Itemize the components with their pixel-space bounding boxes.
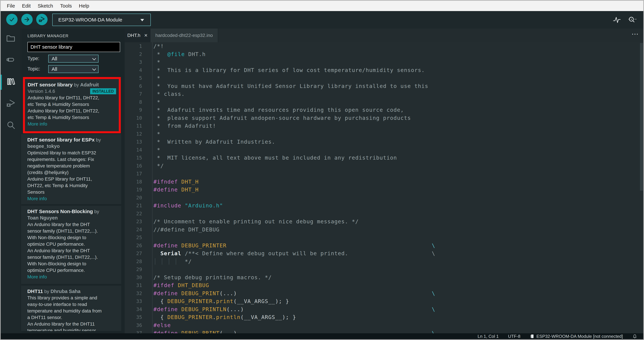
topic-select[interactable]: All (48, 65, 98, 73)
library-item[interactable]: DHT sensor library by AdafruitVersion 1.… (23, 77, 121, 133)
library-item-title: DHT sensor library for ESPx by (27, 136, 121, 143)
tab-label: DHT.h (127, 33, 140, 38)
code-line: 30/* Setup debug printing macros. */ (125, 274, 640, 282)
line-number: 19 (125, 186, 152, 194)
more-info-link[interactable]: More info (27, 274, 47, 279)
library-item-description-line: negative temperature problem (27, 163, 121, 169)
code-line: 6 * You must have Adafruit Unified Senso… (125, 82, 640, 90)
menu-file[interactable]: File (3, 3, 18, 9)
library-item[interactable]: DHT sensor library for ESPx bybeegee_tok… (21, 134, 121, 204)
activity-bar (1, 29, 21, 333)
menu-edit[interactable]: Edit (18, 3, 34, 9)
search-input[interactable] (28, 42, 120, 52)
code-line: 35 { DEBUG_PRINTER.println(__VA_ARGS__);… (125, 313, 640, 321)
sidebar-item-library-manager[interactable] (5, 76, 16, 87)
code-line: 10 * please support Adafruit andopen-sou… (125, 114, 640, 122)
chevron-down-icon (92, 57, 96, 60)
code-line: 18#ifndef DHT_H (125, 178, 640, 186)
more-info-link[interactable]: More info (28, 121, 47, 126)
code-line: 9 * Adafruit invests time and resources … (125, 106, 640, 114)
library-item-author: beegee_tokyo (27, 143, 121, 149)
line-number: 14 (125, 146, 152, 154)
installed-badge: INSTALLED (90, 88, 116, 94)
sketchbook-icon (6, 33, 16, 43)
library-item-description-line: An Arduino library for the DHT (27, 247, 121, 254)
serial-monitor-icon[interactable] (628, 16, 637, 24)
line-number: 18 (125, 178, 152, 186)
board-selector-value: ESP32-WROOM-DA Module (58, 17, 122, 23)
library-item-description-line: sensor family (DHT11, DHT22,...). (27, 228, 121, 234)
library-item[interactable]: DHT11 by Dhruba SahaThis library provide… (21, 286, 121, 331)
library-list: DHT sensor library by AdafruitVersion 1.… (21, 76, 125, 331)
code-line: 22 (125, 210, 640, 218)
close-icon[interactable]: ✕ (144, 33, 148, 38)
code-editor[interactable]: 1/*!2 * @file DHT.h3 *4 * This is a libr… (125, 42, 640, 333)
type-select[interactable]: All (48, 55, 98, 63)
code-line: 32#define DEBUG_PRINT(...) \ (125, 289, 640, 297)
library-manager-panel: LIBRARY MANAGER Type: All Topic: All DHT… (21, 29, 125, 333)
code-line: 19#define DHT_H (125, 186, 640, 194)
debug-button[interactable] (36, 14, 48, 25)
line-number: 8 (125, 98, 152, 106)
library-manager-icon (6, 77, 16, 87)
line-number: 34 (125, 305, 152, 313)
library-item-version: Version 1.4.6INSTALLED (28, 88, 119, 94)
tab-hardcoded-dht22-esp32.ino[interactable]: hardcoded-dht22-esp32.ino (150, 29, 218, 42)
tab-bar: DHT.h✕hardcoded-dht22-esp32.ino (125, 29, 643, 42)
serial-plotter-icon[interactable] (612, 16, 621, 24)
verify-check-icon (8, 16, 16, 23)
search-icon (6, 120, 16, 130)
more-info-link[interactable]: More info (27, 196, 47, 201)
menu-bar: FileEditSketchToolsHelp (1, 1, 643, 11)
line-number: 26 (125, 242, 152, 250)
code-line: 25 (125, 234, 640, 242)
editor-scrollbar[interactable] (640, 43, 643, 191)
library-item-description-line: sensor family (DHT11, DHT22,...). (27, 254, 121, 260)
line-number: 33 (125, 297, 152, 305)
code-line: 1/*! (125, 42, 640, 50)
code-line: 21#include "Arduino.h" (125, 202, 640, 210)
arduino-ide-window: FileEditSketchToolsHelp ESP32-WROOM-DA M… (0, 0, 644, 340)
line-number: 17 (125, 170, 152, 178)
sidebar-item-debug[interactable] (5, 98, 16, 109)
sidebar-item-sketchbook[interactable] (5, 33, 16, 44)
code-line: 5 * (125, 74, 640, 82)
library-item-description-line: requirements. Last changes: Fix (27, 156, 121, 163)
menu-tools[interactable]: Tools (57, 3, 76, 9)
line-number: 37 (125, 329, 152, 333)
library-item-author: Toan Nguyen (27, 215, 121, 221)
library-item-description-line: temperature and humidity sensor (27, 327, 121, 331)
cursor-position[interactable]: Ln 1, Col 1 (478, 334, 499, 339)
menu-help[interactable]: Help (76, 3, 93, 9)
code-line: 27 Serial /**< Define where debug output… (125, 250, 640, 258)
upload-button[interactable] (21, 14, 33, 25)
library-item[interactable]: DHT Sensors Non-Blocking byToan NguyenAn… (21, 206, 121, 284)
encoding[interactable]: UTF-8 (508, 334, 520, 339)
chevron-down-icon (140, 19, 144, 23)
chip-icon (530, 334, 535, 339)
line-number: 16 (125, 162, 152, 170)
board-status[interactable]: ESP32-WROOM-DA Module [not connected] (530, 334, 623, 339)
line-number: 12 (125, 130, 152, 138)
library-item-description-line: An Arduino library for the DHT11 (27, 321, 121, 327)
line-number: 32 (125, 289, 152, 297)
line-number: 15 (125, 154, 152, 162)
board-selector[interactable]: ESP32-WROOM-DA Module (52, 14, 151, 26)
panel-title: LIBRARY MANAGER (28, 34, 68, 38)
line-number: 21 (125, 202, 152, 210)
code-line: 3 * (125, 58, 640, 66)
code-line: 15 * MIT license, all text above must be… (125, 154, 640, 162)
notifications-bell-icon[interactable] (632, 334, 637, 339)
code-line: 13 * Written by Adafruit Industries. (125, 138, 640, 146)
sidebar-item-search[interactable] (5, 119, 16, 130)
tab-label: hardcoded-dht22-esp32.ino (156, 33, 213, 38)
tab-DHT.h[interactable]: DHT.h✕ (125, 29, 150, 42)
verify-button[interactable] (6, 14, 18, 25)
line-number: 27 (125, 250, 152, 258)
library-item-title: DHT11 by Dhruba Saha (27, 288, 121, 294)
topic-select-value: All (52, 66, 57, 72)
menu-sketch[interactable]: Sketch (34, 3, 57, 9)
tab-overflow-icon[interactable]: ⋯ (632, 30, 639, 38)
library-item-description-line: This library provides a simple and (27, 294, 121, 301)
sidebar-item-boards-manager[interactable] (5, 55, 16, 65)
